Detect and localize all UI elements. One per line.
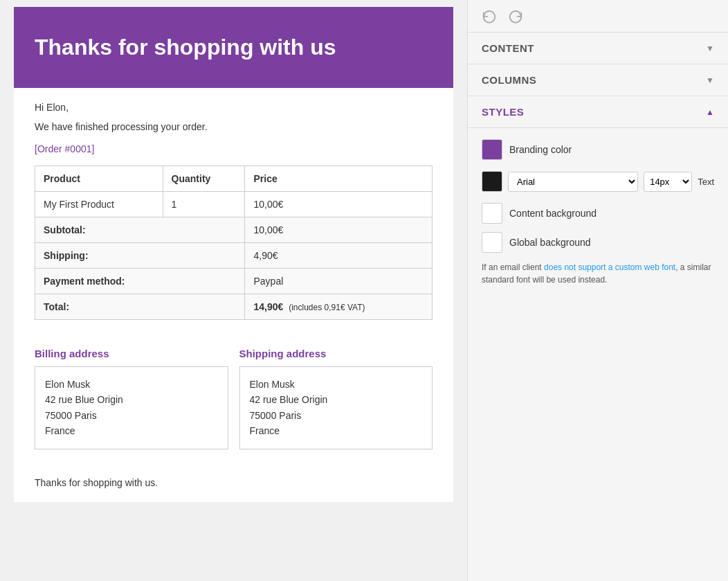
columns-chevron-down-icon: ▼: [706, 75, 714, 85]
product-price: 10,00€: [245, 192, 433, 217]
content-chevron-down-icon: ▼: [706, 44, 714, 53]
shipping-country: France: [250, 423, 423, 438]
content-bg-swatch[interactable]: [482, 203, 502, 224]
total-value: 14,90€ (includes 0,91€ VAT): [245, 294, 433, 320]
payment-row: Payment method: Paypal: [35, 269, 433, 294]
col-price: Price: [245, 166, 433, 192]
font-note: If an email client does not support a cu…: [482, 261, 714, 286]
styles-chevron-up-icon: ▲: [706, 107, 714, 117]
product-name: My First Product: [35, 192, 163, 217]
billing-postal: 75000 Paris: [45, 408, 218, 423]
email-body: Hi Elon, We have finished processing you…: [14, 88, 453, 348]
columns-label: COLUMNS: [482, 74, 536, 86]
content-bg-label: Content background: [509, 208, 597, 219]
redo-button[interactable]: [505, 6, 526, 26]
shipping-address: Elon Musk 42 rue Blue Origin 75000 Paris…: [239, 366, 433, 449]
toolbar: [468, 0, 728, 33]
font-family-select[interactable]: Arial Helvetica Georgia Verdana Times Ne…: [508, 172, 638, 192]
shipping-label: Shipping:: [35, 243, 245, 269]
subtotal-label: Subtotal:: [35, 217, 245, 243]
email-message: We have finished processing your order.: [35, 121, 433, 132]
col-product: Product: [35, 166, 163, 192]
font-row: Arial Helvetica Georgia Verdana Times Ne…: [482, 171, 714, 192]
email-header: Thanks for shopping with us: [14, 7, 453, 88]
undo-button[interactable]: [479, 6, 500, 26]
email-greeting: Hi Elon,: [35, 102, 433, 113]
branding-color-label: Branding color: [509, 144, 572, 155]
font-color-swatch[interactable]: [482, 171, 502, 192]
total-label: Total:: [35, 294, 245, 320]
billing-block: Billing address Elon Musk 42 rue Blue Or…: [35, 348, 228, 449]
styles-section-header[interactable]: STYLES ▲: [468, 96, 728, 128]
content-section-header[interactable]: CONTENT ▼: [468, 33, 728, 64]
shipping-row: Shipping: 4,90€: [35, 243, 433, 269]
shipping-value: 4,90€: [245, 243, 433, 269]
total-vat: (includes 0,91€ VAT): [289, 303, 365, 312]
columns-section-header[interactable]: COLUMNS ▼: [468, 64, 728, 96]
email-title: Thanks for shopping with us: [35, 35, 433, 60]
subtotal-row: Subtotal: 10,00€: [35, 217, 433, 243]
content-bg-row: Content background: [482, 203, 714, 224]
total-amount: 14,90€: [253, 301, 283, 312]
global-bg-label: Global background: [509, 237, 591, 248]
shipping-street: 42 rue Blue Origin: [250, 392, 423, 407]
billing-street: 42 rue Blue Origin: [45, 392, 218, 407]
branding-color-row: Branding color: [482, 139, 714, 160]
email-footer: Thanks for shopping with us.: [14, 470, 453, 502]
shipping-name: Elon Musk: [250, 377, 423, 392]
billing-title: Billing address: [35, 348, 228, 359]
font-text-label: Text: [698, 177, 714, 187]
content-label: CONTENT: [482, 42, 534, 54]
shipping-title: Shipping address: [239, 348, 433, 359]
font-note-before: If an email client: [482, 262, 544, 272]
order-table: Product Quantity Price My First Product …: [35, 166, 433, 320]
payment-label: Payment method:: [35, 269, 245, 294]
global-bg-swatch[interactable]: [482, 232, 502, 253]
total-row: Total: 14,90€ (includes 0,91€ VAT): [35, 294, 433, 320]
table-row: My First Product 1 10,00€: [35, 192, 433, 217]
payment-value: Paypal: [245, 269, 433, 294]
subtotal-value: 10,00€: [245, 217, 433, 243]
email-preview: Thanks for shopping with us Hi Elon, We …: [0, 0, 467, 581]
billing-address: Elon Musk 42 rue Blue Origin 75000 Paris…: [35, 366, 228, 449]
global-bg-row: Global background: [482, 232, 714, 253]
shipping-postal: 75000 Paris: [250, 408, 423, 423]
shipping-block: Shipping address Elon Musk 42 rue Blue O…: [239, 348, 433, 449]
billing-name: Elon Musk: [45, 377, 218, 392]
addresses-section: Billing address Elon Musk 42 rue Blue Or…: [14, 348, 453, 470]
font-note-link[interactable]: does not support a custom web font: [544, 262, 675, 272]
order-link[interactable]: [Order #0001]: [35, 143, 433, 154]
billing-country: France: [45, 423, 218, 438]
font-size-select[interactable]: 10px 12px 14px 16px 18px 20px: [644, 172, 692, 192]
product-quantity: 1: [163, 192, 245, 217]
branding-color-swatch[interactable]: [482, 139, 502, 160]
styles-label: STYLES: [482, 106, 524, 118]
addresses-wrapper: Billing address Elon Musk 42 rue Blue Or…: [35, 348, 433, 449]
styles-content: Branding color Arial Helvetica Georgia V…: [468, 128, 728, 581]
table-header-row: Product Quantity Price: [35, 166, 433, 192]
col-quantity: Quantity: [163, 166, 245, 192]
settings-panel: CONTENT ▼ COLUMNS ▼ STYLES ▲ Branding co…: [467, 0, 728, 581]
